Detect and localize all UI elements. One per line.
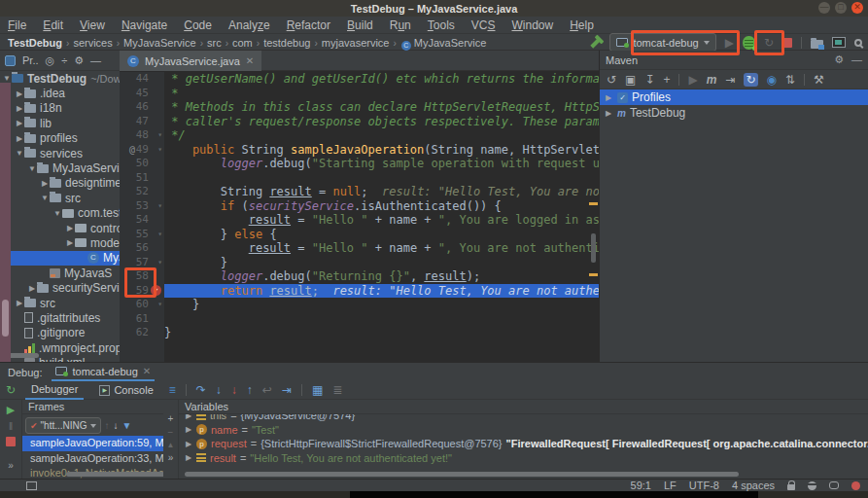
tree-item-myjavas[interactable]: MyJavaS: [0, 266, 120, 280]
tree-item-gitignore[interactable]: .gitignore: [0, 326, 120, 340]
code-line-52[interactable]: String result = null; result: "Hello Tes…: [164, 185, 599, 199]
tab-debugger[interactable]: Debugger: [25, 381, 84, 400]
tree-chevron-icon[interactable]: ▼: [2, 74, 12, 83]
gutter-line-62[interactable]: 62: [120, 326, 164, 340]
menu-item-edit[interactable]: Edit: [43, 18, 63, 32]
code-line-47[interactable]: * caller's request/response objects resp…: [164, 115, 599, 129]
variable-row-this[interactable]: ▶this= {MyJavaService@7574}: [179, 414, 868, 423]
gutter-line-55[interactable]: 55▾: [120, 228, 164, 242]
variable-row-result[interactable]: ▶result= "Hello Test, You are not authen…: [179, 451, 868, 466]
gutter-line-58[interactable]: 58: [120, 269, 164, 284]
gutter-line-61[interactable]: 61: [120, 312, 164, 327]
more-icon[interactable]: »: [168, 452, 174, 463]
notifications-icon[interactable]: [829, 481, 839, 489]
breadcrumb-item[interactable]: com: [232, 37, 253, 49]
tree-chevron-icon[interactable]: ▶: [15, 89, 24, 98]
code-line-53[interactable]: if (securityService.isAuthenticated()) {: [164, 199, 599, 214]
tree-chevron-icon[interactable]: ▶: [604, 93, 613, 102]
code-line-61[interactable]: [164, 312, 599, 327]
gutter-line-48[interactable]: 48▾: [120, 128, 164, 143]
tree-chevron-icon[interactable]: ▼: [52, 209, 62, 218]
variable-row-request[interactable]: ▶prequest= {StrictHttpFirewall$StrictFir…: [179, 437, 868, 451]
tree-chevron-icon[interactable]: ▶: [65, 224, 75, 232]
gutter-line-50[interactable]: 50: [120, 157, 164, 171]
code-line-46[interactable]: * Methods in this class can declare Http…: [164, 100, 599, 115]
hide-panel-icon[interactable]: —: [851, 53, 862, 66]
fold-marker-icon[interactable]: ▾: [157, 228, 162, 242]
filter-frames-icon[interactable]: ▼: [122, 420, 132, 431]
offline-mode-icon[interactable]: ◉: [767, 73, 777, 87]
hide-panel-icon[interactable]: —: [90, 54, 101, 66]
line-ending[interactable]: LF: [664, 480, 677, 491]
tree-item-comtest[interactable]: ▼com.test: [0, 206, 120, 221]
code-line-58[interactable]: logger.debug("Returning {}", result);: [164, 269, 599, 284]
gutter-line-59[interactable]: 59✔: [120, 284, 164, 299]
step-out-icon[interactable]: ↑: [247, 383, 253, 397]
code-line-60[interactable]: }: [164, 298, 599, 312]
code-line-55[interactable]: } else {: [164, 228, 599, 242]
code-line-56[interactable]: result = "Hello " + name + ", You are no…: [164, 241, 599, 256]
gutter-line-45[interactable]: 45: [120, 87, 164, 101]
fold-marker-icon[interactable]: ▾: [157, 298, 162, 312]
tree-chevron-icon[interactable]: ▶: [185, 453, 192, 462]
coverage-button-icon[interactable]: ↻: [764, 36, 774, 50]
menu-item-view[interactable]: View: [80, 18, 105, 32]
tree-item-myjav[interactable]: CMyJav: [0, 251, 120, 266]
tree-chevron-icon[interactable]: ▶: [604, 109, 613, 118]
download-sources-icon[interactable]: ↧: [644, 73, 654, 87]
gutter-line-54[interactable]: 54: [120, 213, 164, 228]
gutter-line-53[interactable]: 53▾: [120, 199, 164, 214]
code-area[interactable]: * getUserName() and getUserId() etc whic…: [164, 72, 599, 340]
breadcrumb-item[interactable]: myjavaservice: [322, 37, 390, 49]
breadcrumb-item[interactable]: testdebug: [263, 37, 310, 49]
tab-console[interactable]: ▶Console: [93, 381, 158, 400]
stop-process-icon[interactable]: [6, 437, 16, 446]
tree-chevron-icon[interactable]: ▼: [15, 149, 24, 158]
tree-item-src[interactable]: ▶src: [0, 296, 120, 310]
breakpoint-icon[interactable]: ✔: [151, 285, 161, 296]
frames-hscrollbar[interactable]: [66, 472, 163, 477]
gutter-line-57[interactable]: 57▾: [120, 256, 164, 270]
tree-chevron-icon[interactable]: ▶: [185, 414, 192, 420]
menu-item-vcs[interactable]: VCS: [471, 18, 496, 32]
menu-item-refactor[interactable]: Refactor: [287, 18, 330, 32]
execute-maven-goal-icon[interactable]: m: [707, 73, 717, 87]
code-line-51[interactable]: [164, 171, 599, 186]
inspections-profile-icon[interactable]: [808, 481, 816, 490]
gutter-line-44[interactable]: 44: [120, 72, 164, 87]
resume-program-icon[interactable]: ▶: [7, 404, 15, 416]
variables-hscrollbar[interactable]: [185, 472, 739, 477]
gutter-line-49[interactable]: 49@▾: [120, 143, 164, 158]
menu-item-run[interactable]: Run: [390, 18, 411, 32]
add-watch-icon[interactable]: +: [168, 413, 174, 424]
pause-program-icon[interactable]: ‖: [9, 421, 13, 432]
remove-watch-icon[interactable]: −: [168, 427, 174, 438]
tree-item-profiles[interactable]: ▶profiles: [0, 131, 120, 146]
gear-icon[interactable]: ⚙: [74, 54, 84, 67]
tree-chevron-icon[interactable]: ▶: [15, 299, 24, 307]
code-line-50[interactable]: logger.debug("Starting sample operation …: [164, 157, 599, 171]
force-step-into-icon[interactable]: ↓: [231, 383, 237, 397]
step-over-icon[interactable]: ↷: [196, 383, 206, 397]
tree-item-gitattributes[interactable]: .gitattributes: [0, 310, 120, 325]
menu-item-analyze[interactable]: Analyze: [228, 18, 270, 32]
gutter-line-52[interactable]: 52: [120, 185, 164, 199]
tree-item-i18n[interactable]: ▶i18n: [0, 101, 120, 116]
tool-window-icon[interactable]: [832, 37, 846, 48]
debug-button-icon[interactable]: [743, 36, 755, 50]
move-watch-up-icon[interactable]: ▲: [167, 441, 175, 449]
breadcrumb-item[interactable]: TestDebug: [8, 37, 62, 49]
layout-icon[interactable]: ≡: [169, 383, 176, 397]
tree-item-src[interactable]: ▼src: [0, 191, 120, 205]
menu-item-code[interactable]: Code: [184, 18, 212, 32]
menu-item-help[interactable]: Help: [570, 18, 594, 32]
evaluate-expression-icon[interactable]: ▦: [312, 383, 323, 397]
menu-item-file[interactable]: File: [8, 18, 26, 32]
editor-tab[interactable]: C MyJavaService.java ✕: [120, 51, 261, 71]
tree-item-services[interactable]: ▼services: [0, 146, 120, 160]
maven-item-profiles[interactable]: ▶✓Profiles: [600, 89, 868, 105]
profiler-folder-icon[interactable]: [811, 40, 823, 49]
run-maven-build-icon[interactable]: ▶: [688, 73, 697, 87]
tree-chevron-icon[interactable]: ▶: [65, 238, 75, 247]
reimport-icon[interactable]: ↻: [744, 73, 757, 87]
